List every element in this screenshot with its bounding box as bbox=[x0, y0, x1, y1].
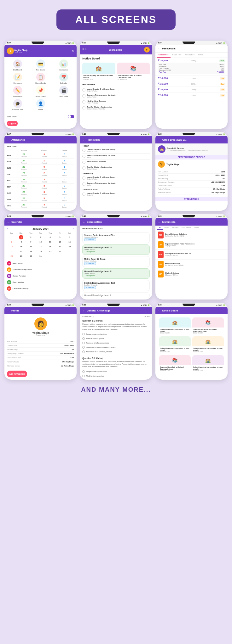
exam-badge-start-3[interactable]: ● Start Test bbox=[84, 262, 96, 265]
logout-button[interactable]: Logout bbox=[7, 121, 18, 126]
nav-academic-year[interactable]: 🎓 Academic Year bbox=[7, 99, 28, 110]
hw-checkbox-1[interactable] bbox=[82, 88, 85, 92]
calendar-day-21[interactable]: 21 bbox=[9, 249, 14, 254]
notice-card-2[interactable]: 📚 Summer Book Fair at School Campus in J… bbox=[117, 63, 150, 81]
nav-homework[interactable]: 📝 Homework bbox=[7, 73, 28, 84]
event-school-function[interactable]: 22 School Function bbox=[7, 273, 74, 279]
fee-item-5[interactable]: ₹ 16,600 05 May Due bbox=[155, 92, 228, 98]
calendar-day-24[interactable]: 24 bbox=[38, 249, 43, 254]
hw-old-1[interactable]: Learn Chapter 5 with one EssayEnglish / bbox=[82, 191, 149, 197]
calendar-day-12[interactable]: 12 bbox=[58, 240, 62, 244]
calendar-day-23[interactable]: 23 bbox=[29, 249, 33, 254]
nav-dashboard[interactable]: 🏠 Dashboard bbox=[7, 59, 28, 71]
back-arrow-prof[interactable]: ← bbox=[7, 309, 10, 312]
calendar-day-4[interactable]: 4 bbox=[48, 235, 52, 239]
next-month-btn[interactable]: › bbox=[73, 227, 74, 230]
radio-q1-3[interactable] bbox=[82, 342, 85, 344]
nav-notice-board[interactable]: 📌 Notice Board bbox=[30, 86, 51, 97]
back-arrow-gk[interactable]: ← bbox=[82, 309, 85, 312]
calendar-day-26[interactable]: 26 bbox=[58, 249, 62, 254]
mm-tab-all[interactable]: All bbox=[157, 226, 163, 230]
exam-item-1[interactable]: Science Basic Assessment Test Science / … bbox=[82, 232, 149, 243]
nb2-card-3[interactable]: 🏫 School is going for vacation in next m… bbox=[159, 336, 191, 354]
hw-today-3[interactable]: Hindi writing 3 pages bbox=[82, 160, 149, 165]
hw-item-2[interactable]: Exercise Trigonometry 1st topicMaths / T… bbox=[82, 93, 149, 99]
calendar-day-28[interactable]: 28 bbox=[9, 254, 14, 258]
exam-item-6[interactable]: General Knowledge Level II bbox=[82, 292, 149, 298]
close-icon[interactable]: ✕ bbox=[72, 49, 74, 53]
calendar-day-18[interactable]: 18 bbox=[48, 244, 52, 249]
q2-option-2[interactable]: Morbi at diam vulputate bbox=[80, 374, 152, 378]
back-arrow-fee[interactable]: ← bbox=[158, 47, 161, 50]
mm-tab-video[interactable]: Video bbox=[163, 226, 171, 230]
hw-check-y1[interactable] bbox=[82, 176, 85, 180]
exam-badge-start-1[interactable]: ● Start Test bbox=[84, 238, 96, 241]
fee-item-4[interactable]: ₹ 16,600 05 May Due bbox=[155, 87, 228, 92]
calendar-day-1[interactable]: 1 bbox=[19, 235, 23, 239]
calendar-day-25[interactable]: 25 bbox=[48, 249, 52, 254]
exam-item-2[interactable]: General Knowledge Level IV Score: 40/200… bbox=[82, 244, 149, 255]
radio-q2-2[interactable] bbox=[82, 375, 85, 377]
fee-item-3[interactable]: ₹ 16,600 05 May Due bbox=[155, 81, 228, 87]
hw-today-1[interactable]: Learn Chapter 5 with one EssayEnglish / … bbox=[82, 148, 149, 154]
q1-option-5[interactable]: Maecenas ut ex vehicula, efficitur bbox=[80, 350, 152, 354]
calendar-day-10[interactable]: 10 bbox=[38, 240, 43, 244]
hw-today-4[interactable]: Test for History first sessionSocial Sci… bbox=[82, 165, 149, 171]
nav-report-cards[interactable]: 📋 Report Cards bbox=[30, 73, 51, 84]
exam-item-3[interactable]: Maths Super 20 Exam Maths / 22 March ● S… bbox=[82, 256, 149, 267]
ask-update-button[interactable]: Ask for Update bbox=[7, 371, 27, 377]
back-arrow-cal[interactable]: ← bbox=[7, 220, 10, 224]
calendar-day-15[interactable]: 15 bbox=[19, 244, 23, 249]
radio-q1-1[interactable] bbox=[82, 333, 85, 335]
back-arrow-hw[interactable]: ← bbox=[82, 138, 85, 142]
calendar-day-20[interactable]: 20 bbox=[67, 244, 72, 249]
calendar-day-22[interactable]: 22 bbox=[19, 249, 23, 254]
nav-attendance[interactable]: 📊 Attendance bbox=[53, 59, 74, 71]
hw-check-t3[interactable] bbox=[82, 161, 85, 164]
exam-item-4[interactable]: General Knowledge Level III Score: 40/20… bbox=[82, 268, 149, 279]
hw-item-4[interactable]: Test for History first sessionSocial Sci… bbox=[82, 105, 149, 111]
event-national-day[interactable]: 09 National Day bbox=[7, 260, 74, 266]
calendar-day-29[interactable]: 29 bbox=[19, 254, 23, 258]
hw-checkbox-2[interactable] bbox=[82, 94, 85, 98]
nb2-card-1[interactable]: 🏫 School is going for vacation in next m… bbox=[159, 317, 191, 335]
hw-item-3[interactable]: Hindi writing 3 pagesHindi / Yesterday bbox=[82, 99, 149, 105]
back-arrow-perf[interactable]: ← bbox=[158, 138, 161, 142]
calendar-day-13[interactable]: 13 bbox=[67, 240, 72, 244]
q1-option-3[interactable]: Praesent ut tellus consectetur bbox=[80, 341, 152, 345]
hw-item-1[interactable]: Learn Chapter 5 with one EssayEnglish / … bbox=[82, 87, 149, 93]
calendar-day-31[interactable]: 31 bbox=[38, 254, 43, 258]
calendar-day-17[interactable]: 17 bbox=[38, 244, 43, 249]
prev-month-btn[interactable]: ‹ bbox=[7, 227, 8, 230]
radio-q2-1[interactable] bbox=[82, 370, 85, 373]
q1-option-4[interactable]: In vestibulum tortor in magna pharetra. bbox=[80, 345, 152, 350]
hw-yest-2[interactable]: Exercise Trigonometry 1st topicMaths bbox=[82, 181, 149, 187]
hw-today-2[interactable]: Exercise Trigonometry 1st topicMaths bbox=[82, 154, 149, 160]
radio-q1-4[interactable] bbox=[82, 346, 85, 349]
hw-checkbox-4[interactable] bbox=[82, 106, 85, 109]
calendar-day-3[interactable]: 3 bbox=[38, 235, 43, 239]
calendar-day-6[interactable]: 6 bbox=[67, 235, 72, 239]
fee-item-2[interactable]: ₹ 16,600 05 May Due bbox=[155, 76, 228, 81]
nav-examination[interactable]: ✏️ Examination bbox=[7, 86, 28, 97]
exam-badge-start-5[interactable]: ● Start Test bbox=[84, 286, 96, 289]
mm-tab-documents[interactable]: Documents bbox=[180, 226, 193, 230]
nb2-card-4[interactable]: 🏫 School is going for vacation in next m… bbox=[192, 336, 224, 354]
radio-q1-5[interactable] bbox=[82, 350, 85, 353]
calendar-day-16[interactable]: 16 bbox=[29, 244, 33, 249]
back-arrow-mm[interactable]: ← bbox=[158, 220, 161, 224]
calendar-day-11[interactable]: 11 bbox=[48, 240, 52, 244]
calendar-day-5[interactable]: 5 bbox=[58, 235, 62, 239]
dark-mode-toggle[interactable] bbox=[68, 115, 74, 118]
nav-calendar[interactable]: 📅 Calender bbox=[53, 73, 74, 84]
mm-item-4[interactable]: ZIP Preparation Tips For the final exam … bbox=[155, 260, 228, 269]
q1-option-2[interactable]: Morbi at diam vulputate bbox=[80, 336, 152, 341]
hw-check-t2[interactable] bbox=[82, 155, 85, 158]
fee-tab-activity[interactable]: Activity Fee bbox=[183, 53, 196, 58]
nav-profile[interactable]: 👤 Profile bbox=[30, 99, 51, 110]
calendar-day-2[interactable]: 2 bbox=[29, 235, 33, 239]
mm-item-3[interactable]: PDF Exemplar Solutions Class 10 12 pages… bbox=[155, 250, 228, 260]
notice-card-1[interactable]: 🏫 School is going for vacation in next m… bbox=[82, 63, 115, 81]
hw-check-t1[interactable] bbox=[82, 149, 85, 152]
mm-tab-images[interactable]: Images bbox=[171, 226, 180, 230]
